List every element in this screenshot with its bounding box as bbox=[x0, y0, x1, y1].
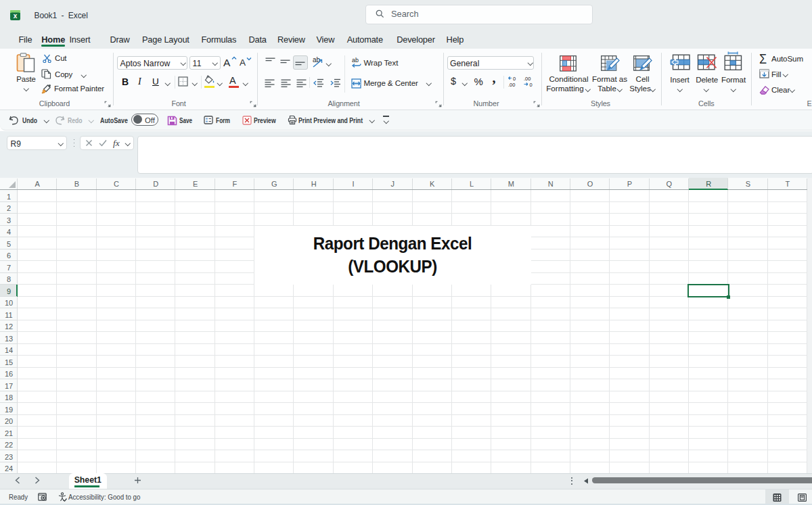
svg-text:0: 0 bbox=[530, 82, 533, 88]
svg-text:ab: ab bbox=[352, 57, 359, 64]
svg-text:x: x bbox=[13, 12, 17, 20]
svg-text:.00: .00 bbox=[508, 82, 515, 88]
